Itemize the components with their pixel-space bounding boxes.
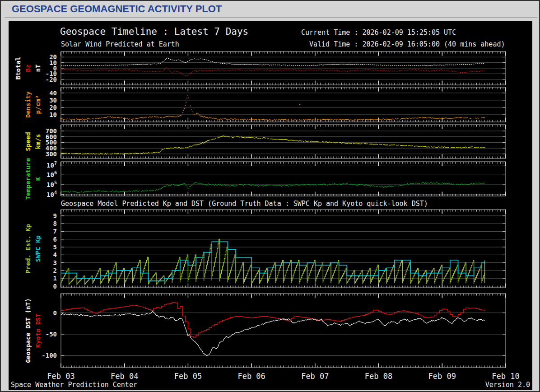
svg-text:nT: nT <box>34 65 42 72</box>
svg-text:0: 0 <box>53 309 57 317</box>
svg-text:Kyoto DST: Kyoto DST <box>34 313 42 348</box>
svg-text:Feb 08: Feb 08 <box>365 372 392 381</box>
svg-text:Geospace DST (nT): Geospace DST (nT) <box>24 298 32 363</box>
svg-text:Feb 03: Feb 03 <box>47 372 74 381</box>
svg-text:40: 40 <box>49 89 57 97</box>
svg-text:Feb 04: Feb 04 <box>111 372 138 381</box>
svg-text:104: 104 <box>47 190 57 198</box>
svg-text:4: 4 <box>53 251 57 258</box>
svg-text:6: 6 <box>53 236 57 243</box>
svg-text:-100: -100 <box>42 352 57 359</box>
svg-text:Density: Density <box>24 91 32 118</box>
svg-text:Speed: Speed <box>24 132 32 151</box>
svg-text:9: 9 <box>53 212 57 219</box>
svg-text:8: 8 <box>53 220 57 227</box>
svg-text:30: 30 <box>49 97 57 104</box>
svg-text:Btotal: Btotal <box>14 57 22 80</box>
svg-text:3: 3 <box>53 259 57 266</box>
svg-text:0: 0 <box>53 283 57 290</box>
svg-text:Temperature: Temperature <box>24 158 32 200</box>
svg-text:20: 20 <box>49 104 57 111</box>
svg-text:-20: -20 <box>46 76 57 83</box>
svg-text:K: K <box>34 177 42 181</box>
svg-text:-50: -50 <box>46 331 57 338</box>
svg-text:300: 300 <box>46 150 57 158</box>
svg-text:Pred. Est. Kp: Pred. Est. Kp <box>24 224 32 274</box>
footer-source-text: Space Weather Prediction Center <box>11 381 137 389</box>
geospace-activity-page: GEOSPACE GEOMAGNETIC ACTIVITY PLOT Geosp… <box>0 0 540 392</box>
svg-text:Feb 06: Feb 06 <box>237 372 265 381</box>
plot-container: Geospace Timeline : Latest 7 Days Curren… <box>9 21 532 390</box>
svg-text:107: 107 <box>47 161 57 169</box>
svg-text:Bz: Bz <box>24 65 32 72</box>
svg-text:2: 2 <box>53 267 57 274</box>
page-title: GEOSPACE GEOMAGNETIC ACTIVITY PLOT <box>12 3 222 15</box>
header-divider <box>5 17 537 18</box>
svg-text:1: 1 <box>53 275 57 282</box>
svg-text:5: 5 <box>53 243 57 251</box>
svg-text:p/cm³: p/cm³ <box>34 95 42 114</box>
svg-text:km/s: km/s <box>34 134 42 149</box>
svg-text:Feb 09: Feb 09 <box>428 372 456 381</box>
svg-text:SWPC Kp: SWPC Kp <box>34 235 42 262</box>
footer-version-text: Version 2.0 <box>485 381 530 389</box>
svg-text:105: 105 <box>47 180 57 188</box>
svg-text:10: 10 <box>49 111 57 118</box>
charts-svg: 20100-10-20BtotalBznT40302010Densityp/cm… <box>9 21 532 390</box>
svg-text:106: 106 <box>47 170 57 178</box>
svg-text:Feb 10: Feb 10 <box>492 372 519 381</box>
svg-text:Feb 07: Feb 07 <box>301 372 329 381</box>
svg-text:7: 7 <box>53 228 57 235</box>
svg-text:Feb 05: Feb 05 <box>174 372 202 381</box>
